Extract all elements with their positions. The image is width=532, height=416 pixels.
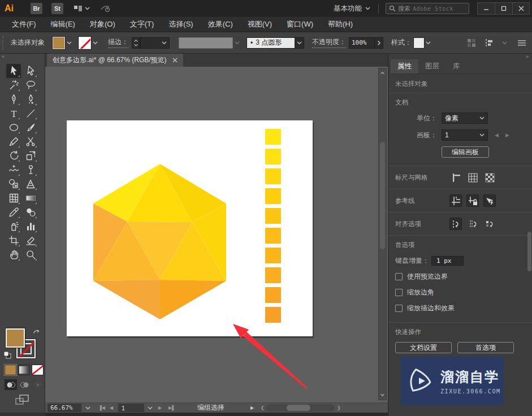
blend-tool-icon[interactable]: [23, 205, 38, 219]
ellipse-tool-icon[interactable]: [6, 120, 21, 135]
menu-item-0[interactable]: 文件(F): [5, 17, 44, 32]
style-swatch[interactable]: [414, 38, 424, 48]
free-transform-tool-icon[interactable]: [23, 149, 38, 163]
symbol-sprayer-tool-icon[interactable]: [6, 219, 21, 233]
stroke-color-swatch[interactable]: [79, 37, 91, 49]
direct-selection-tool-icon[interactable]: [23, 64, 38, 78]
column-graph-tool-icon[interactable]: [23, 219, 38, 233]
scroll-up-icon[interactable]: [379, 69, 386, 77]
gradient-mode-button[interactable]: [18, 365, 30, 375]
maximize-button[interactable]: [495, 2, 512, 15]
collapse-panel-icon[interactable]: »: [526, 54, 529, 59]
opacity-value-field[interactable]: 100%: [349, 37, 375, 49]
fill-proxy-swatch[interactable]: [6, 328, 25, 348]
minimize-button[interactable]: [477, 2, 495, 15]
artboard-select[interactable]: 1: [442, 129, 488, 141]
zoom-dropdown[interactable]: [83, 404, 93, 412]
artboard-tool-icon[interactable]: [6, 233, 21, 248]
snap-to-point-icon[interactable]: [449, 218, 462, 230]
panel-grip[interactable]: [2, 36, 5, 50]
gradient-square-3[interactable]: [265, 188, 281, 204]
lock-guides-icon[interactable]: [466, 194, 479, 207]
bridge-icon[interactable]: Br: [31, 3, 42, 14]
gradient-square-4[interactable]: [265, 208, 281, 224]
workspace-dropdown[interactable]: 基本功能: [334, 4, 370, 14]
perspective-grid-tool-icon[interactable]: [23, 177, 38, 191]
shaper-tool-icon[interactable]: [6, 135, 21, 149]
panel-scroll-thumb[interactable]: [527, 232, 531, 271]
snap-to-grid-icon[interactable]: [466, 218, 479, 230]
brush-chevron[interactable]: [295, 37, 304, 49]
puppet-warp-tool-icon[interactable]: [23, 163, 38, 177]
close-button[interactable]: [512, 2, 530, 15]
zoom-level-field[interactable]: 66.67%: [47, 404, 81, 412]
artboard-number-field[interactable]: 1: [118, 404, 144, 412]
stroke-weight-field[interactable]: [140, 37, 170, 49]
gradient-square-2[interactable]: [265, 168, 281, 184]
unit-select[interactable]: 像素: [442, 112, 488, 124]
lasso-tool-icon[interactable]: [23, 78, 38, 92]
rotate-tool-icon[interactable]: [6, 149, 21, 163]
preferences-button[interactable]: 首选项: [457, 342, 514, 353]
stroke-weight-stepper[interactable]: [132, 37, 140, 49]
gradient-square-1[interactable]: [265, 149, 281, 164]
menu-item-4[interactable]: 选择(S): [161, 17, 200, 32]
scroll-down-icon[interactable]: [379, 391, 386, 399]
magic-wand-tool-icon[interactable]: [6, 78, 21, 92]
draw-behind-icon[interactable]: [18, 379, 31, 390]
stroke-color-dropdown[interactable]: [91, 37, 99, 49]
checkbox-0[interactable]: [395, 273, 403, 280]
scroll-left-icon[interactable]: ❮: [261, 404, 265, 412]
document-tab[interactable]: 创意多边形.ai* @ 66.67% (RGB/预览): [47, 54, 183, 67]
type-tool-icon[interactable]: T: [6, 106, 21, 120]
draw-normal-icon[interactable]: [5, 379, 17, 390]
scroll-right-icon[interactable]: ❯: [337, 404, 341, 412]
tab-layers[interactable]: 图层: [418, 59, 446, 73]
menu-item-7[interactable]: 窗口(W): [279, 17, 321, 32]
shape-builder-tool-icon[interactable]: [6, 177, 21, 191]
pen-tool-icon[interactable]: [6, 92, 21, 106]
menu-item-8[interactable]: 帮助(H): [321, 17, 360, 32]
fill-color-dropdown[interactable]: [65, 37, 73, 49]
gradient-square-5[interactable]: [265, 228, 281, 244]
default-fill-stroke-icon[interactable]: [3, 351, 11, 359]
vertical-scrollbar[interactable]: [378, 68, 387, 400]
eyedropper-tool-icon[interactable]: [6, 205, 21, 219]
show-rulers-icon[interactable]: [449, 171, 462, 184]
gradient-square-0[interactable]: [265, 129, 281, 145]
vertical-scroll-thumb[interactable]: [380, 142, 385, 249]
gradient-square-7[interactable]: [265, 267, 281, 283]
horizontal-scrollbar[interactable]: [266, 404, 335, 411]
stroke-panel-link[interactable]: 描边：: [108, 37, 128, 48]
gradient-square-8[interactable]: [265, 287, 281, 303]
collapse-dock-icon[interactable]: «: [2, 54, 5, 59]
paintbrush-tool-icon[interactable]: [23, 120, 38, 135]
menu-item-3[interactable]: 文字(T): [123, 17, 162, 32]
color-mode-button[interactable]: [5, 365, 16, 375]
keyboard-increment-input[interactable]: 1 px: [431, 256, 464, 266]
align-options-icon[interactable]: [484, 38, 494, 47]
horizontal-scroll-thumb[interactable]: [287, 405, 310, 411]
artboard[interactable]: [67, 120, 313, 336]
checkbox-1[interactable]: [395, 289, 403, 296]
menu-item-5[interactable]: 效果(C): [201, 17, 240, 32]
menu-item-2[interactable]: 对象(O): [83, 17, 123, 32]
status-flyout-icon[interactable]: ▶: [250, 404, 254, 412]
opacity-expand-arrow[interactable]: [375, 37, 383, 49]
tab-libraries[interactable]: 库: [446, 59, 467, 73]
hexagon-facet-9[interactable]: [160, 280, 226, 319]
touch-gesture-icon[interactable]: [100, 4, 111, 13]
width-tool-icon[interactable]: [6, 163, 21, 177]
brush-definition-dropdown[interactable]: • 3 点圆形: [246, 37, 295, 49]
workspace-switcher-icon[interactable]: [73, 5, 90, 12]
mesh-tool-icon[interactable]: [6, 191, 21, 205]
ai-app-icon[interactable]: Ai: [5, 3, 21, 14]
zoom-tool-icon[interactable]: [23, 248, 38, 262]
curvature-tool-icon[interactable]: [23, 92, 38, 106]
slice-tool-icon[interactable]: [23, 233, 38, 248]
fill-color-swatch[interactable]: [53, 37, 65, 49]
menu-item-1[interactable]: 编辑(E): [44, 17, 83, 32]
show-grid-icon[interactable]: [466, 171, 479, 184]
hexagon-facet-8[interactable]: [93, 280, 160, 319]
document-setup-icon[interactable]: [467, 38, 476, 47]
